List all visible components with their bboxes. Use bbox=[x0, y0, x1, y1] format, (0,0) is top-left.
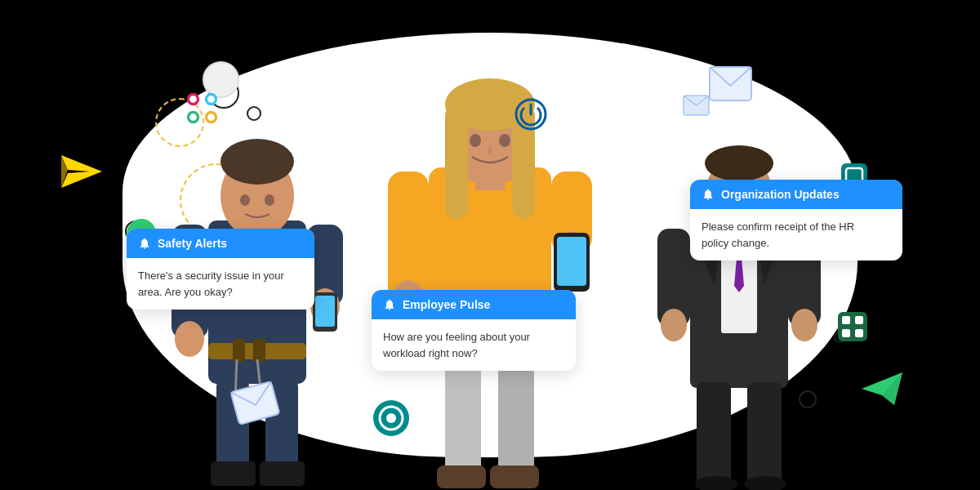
svg-rect-25 bbox=[855, 316, 863, 324]
svg-rect-27 bbox=[855, 329, 863, 337]
svg-point-63 bbox=[661, 309, 687, 341]
svg-rect-70 bbox=[490, 466, 539, 488]
svg-point-47 bbox=[240, 194, 250, 206]
svg-marker-8 bbox=[61, 155, 102, 188]
svg-point-53 bbox=[705, 145, 773, 181]
bell-icon-pulse bbox=[383, 298, 396, 311]
safety-alerts-body: There's a security issue in your area. A… bbox=[127, 258, 306, 310]
svg-point-30 bbox=[220, 139, 294, 185]
svg-point-83 bbox=[470, 134, 481, 147]
envelope-icon-1 bbox=[708, 65, 753, 105]
svg-point-5 bbox=[189, 114, 197, 121]
bell-icon-safety bbox=[138, 237, 151, 250]
employee-pulse-header: Employee Pulse bbox=[372, 290, 576, 319]
svg-rect-75 bbox=[445, 105, 468, 219]
main-scene: Safety Alerts There's a security issue i… bbox=[0, 0, 980, 490]
paper-plane-green-icon bbox=[862, 372, 902, 408]
svg-point-48 bbox=[265, 194, 274, 206]
employee-pulse-body: How are you feeling about your workload … bbox=[372, 319, 551, 371]
svg-rect-34 bbox=[211, 461, 256, 486]
svg-rect-24 bbox=[842, 316, 850, 324]
safety-alerts-title: Safety Alerts bbox=[158, 237, 227, 250]
svg-point-1 bbox=[189, 96, 197, 103]
teal-target-icon bbox=[373, 400, 409, 439]
power-icon bbox=[514, 98, 547, 134]
org-updates-card: Organization Updates Please confirm rece… bbox=[690, 180, 902, 261]
green-grid-icon bbox=[838, 312, 867, 345]
bell-icon-org bbox=[702, 188, 715, 201]
org-updates-title: Organization Updates bbox=[721, 188, 840, 201]
svg-point-38 bbox=[175, 321, 204, 357]
svg-point-84 bbox=[499, 134, 510, 147]
envelope-icon-2 bbox=[233, 385, 278, 425]
person-right bbox=[649, 98, 829, 490]
paper-plane-yellow-icon bbox=[61, 155, 102, 191]
svg-rect-69 bbox=[437, 466, 486, 488]
person-center bbox=[376, 33, 604, 490]
svg-rect-43 bbox=[233, 339, 245, 362]
employee-pulse-title: Employee Pulse bbox=[403, 298, 490, 311]
svg-rect-26 bbox=[842, 329, 850, 337]
svg-rect-44 bbox=[253, 339, 265, 362]
svg-rect-35 bbox=[260, 461, 305, 486]
svg-point-3 bbox=[207, 96, 215, 103]
svg-rect-58 bbox=[747, 382, 782, 488]
safety-alerts-card: Safety Alerts There's a security issue i… bbox=[127, 229, 314, 310]
svg-rect-82 bbox=[557, 237, 586, 286]
svg-rect-23 bbox=[838, 312, 867, 341]
safety-alerts-header: Safety Alerts bbox=[127, 229, 314, 258]
envelope-icon-small bbox=[682, 94, 710, 120]
employee-pulse-card: Employee Pulse How are you feeling about… bbox=[372, 290, 576, 371]
svg-rect-20 bbox=[231, 381, 280, 425]
org-updates-body: Please confirm receipt of the HR policy … bbox=[690, 209, 870, 261]
slack-logo-icon bbox=[180, 86, 225, 134]
svg-point-64 bbox=[791, 309, 817, 341]
svg-rect-57 bbox=[697, 382, 731, 488]
svg-rect-41 bbox=[315, 296, 335, 327]
svg-point-17 bbox=[386, 413, 396, 423]
org-updates-header: Organization Updates bbox=[690, 180, 902, 209]
svg-point-7 bbox=[207, 114, 215, 121]
